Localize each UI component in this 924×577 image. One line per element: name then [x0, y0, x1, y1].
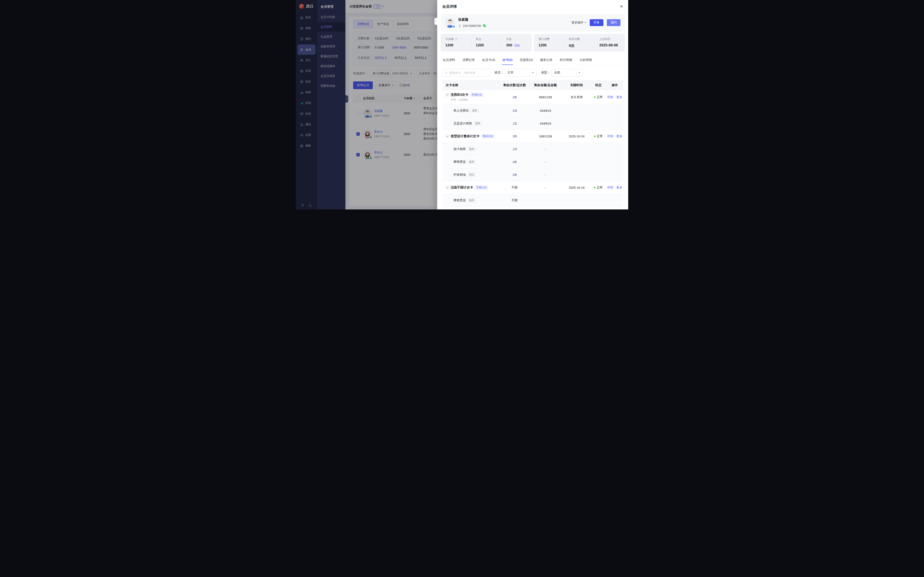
times-card-item-row: 护发精油商品 3/5 -: [442, 168, 623, 181]
status-filter-label: 状态：: [494, 71, 504, 74]
times-card-item-row: 摩根烫染服务 不限: [442, 194, 623, 207]
member-detail-drawer: › 会员详情 × ✓ 张庭隆 15678989799 更多操作: [437, 0, 628, 210]
remaining-amount: -: [528, 160, 563, 164]
reserve-button[interactable]: 预约: [607, 19, 620, 26]
status-dot-icon: [594, 97, 596, 98]
divider: [615, 186, 615, 189]
tab-consume-records[interactable]: 消费记录: [462, 56, 475, 65]
divider: [615, 135, 615, 138]
search-input[interactable]: [449, 71, 488, 74]
remaining-amount: -: [528, 186, 563, 189]
card-type-tag: 整体计次: [481, 134, 494, 139]
times-card-table: 次卡名称 剩余次数/总次数 剩余金额/总金额 到期时间 状态 操作 洗剪吹5次卡…: [442, 80, 623, 207]
help-icon[interactable]: ?: [455, 38, 458, 40]
close-icon[interactable]: ×: [620, 4, 623, 9]
more-link[interactable]: 更多: [616, 95, 622, 99]
type-filter-label: 类型：: [541, 71, 550, 74]
collapse-row-icon[interactable]: [446, 135, 449, 138]
detail-link[interactable]: 详情: [607, 134, 613, 138]
tab-member-data[interactable]: 会员资料: [442, 56, 456, 65]
stat-last-visit: 上次到店 2025-08-08: [594, 37, 625, 48]
verified-badge-icon: ✓: [452, 25, 456, 28]
open-order-button[interactable]: 开单: [590, 19, 603, 26]
more-actions-label: 更多操作: [572, 21, 583, 24]
collapse-row-icon[interactable]: [446, 93, 449, 97]
tab-coupons[interactable]: 优惠券(4): [519, 56, 533, 65]
item-type-tag: 服务: [471, 108, 479, 113]
card-type-tag: 单项计次: [470, 92, 483, 97]
card-name: 洁面不限计次卡: [451, 185, 473, 190]
member-phone-row: 15678989799: [458, 24, 486, 28]
app-window: 茂日 首页 收银 预约 会员 员工: [296, 0, 628, 210]
item-name: 总监设计精剪: [454, 121, 472, 126]
search-icon: [445, 71, 448, 74]
expire-time: 永久有效: [563, 95, 590, 99]
remaining-amount: -: [528, 173, 563, 177]
tab-times-cards[interactable]: 次卡(4): [502, 56, 513, 65]
chevron-down-icon: [532, 72, 534, 73]
status-select[interactable]: 正常: [505, 69, 536, 76]
more-link[interactable]: 更多: [616, 186, 622, 190]
status-dot-icon: [594, 135, 596, 137]
tab-points-detail[interactable]: 积分明细: [559, 56, 573, 65]
expire-time: 2025-10-24: [563, 135, 590, 138]
card-name: 洗剪吹5次卡: [451, 93, 468, 97]
stat-visit-count: 到店次数 6次: [564, 37, 594, 48]
balance-stats-box: 卡余额? 1200 积分 1200 欠款 300还款: [441, 34, 532, 52]
expire-time: 2025-10-24: [563, 186, 590, 189]
times-card-group-row: 洗剪吹5次卡 单项计次 卡号：123456 3/5 688/1238 永久有效 …: [442, 90, 623, 104]
wechat-icon: [482, 24, 486, 28]
column-remaining-times: 剩余次数/总次数: [501, 83, 528, 87]
remaining-amount: 188/1238: [528, 135, 563, 138]
tab-debt-detail[interactable]: 欠款明细: [579, 56, 592, 65]
column-actions: 操作: [606, 83, 623, 87]
item-name: 护发精油: [454, 172, 466, 177]
type-select[interactable]: 全部: [551, 69, 583, 76]
detail-link[interactable]: 详情: [607, 186, 613, 190]
item-name: 摩根烫染: [454, 160, 466, 164]
search-box[interactable]: [442, 69, 490, 76]
column-remaining-amount: 剩余金额/总金额: [528, 83, 563, 87]
tab-service-records[interactable]: 服务记录: [540, 56, 553, 65]
drawer-expand-handle[interactable]: ›: [435, 18, 437, 25]
repay-link[interactable]: 还款: [514, 44, 520, 47]
remaining-amount: -: [528, 147, 563, 151]
member-name: 张庭隆: [458, 18, 486, 22]
times-card-group-row: 洁面不限计次卡 不限计次 不限 - 2025-10-24 正常 详情更多: [442, 181, 623, 194]
mobile-phone-icon: [458, 24, 461, 27]
item-type-tag: 服务: [468, 147, 476, 151]
times-card-filter-bar: 状态： 正常 类型： 全部: [442, 69, 623, 76]
stat-total-spend: 累计消费 1200: [534, 37, 564, 48]
chevron-down-icon: [585, 22, 586, 23]
status-badge: 正常: [590, 134, 606, 138]
times-card-item-row: 设计精剪服务 1/3 -: [442, 143, 623, 156]
status-badge: 正常: [590, 185, 606, 190]
column-expire-time: 到期时间: [563, 83, 590, 87]
status-select-value: 正常: [507, 71, 514, 74]
card-number: 卡号：123456: [442, 98, 501, 102]
more-actions-dropdown[interactable]: 更多操作: [572, 21, 586, 24]
item-name: 单人洗剪吹: [454, 108, 469, 113]
chevron-down-icon: [578, 72, 580, 73]
times-card-item-row: 摩根烫染服务 3/5 -: [442, 156, 623, 168]
stat-debt: 欠款 300还款: [501, 37, 531, 48]
item-name: 摩根烫染: [454, 198, 466, 202]
item-type-tag: 服务: [468, 160, 476, 164]
drawer-title: 会员详情: [442, 4, 457, 9]
item-type-tag: 服务: [474, 121, 482, 126]
column-status: 状态: [590, 83, 606, 87]
stat-card-balance: 卡余额? 1200: [441, 37, 471, 48]
remaining-amount: 344/619: [528, 109, 563, 113]
stat-points: 积分 1200: [471, 37, 501, 48]
tab-member-cards[interactable]: 会员卡(4): [482, 56, 496, 65]
times-card-table-header: 次卡名称 剩余次数/总次数 剩余金额/总金额 到期时间 状态 操作: [442, 80, 623, 90]
collapse-row-icon[interactable]: [446, 186, 449, 189]
type-select-value: 全部: [554, 71, 560, 74]
detail-link[interactable]: 详情: [607, 95, 613, 99]
item-name: 设计精剪: [454, 147, 466, 151]
status-badge: 正常: [590, 95, 606, 99]
detail-tabs: 会员资料 消费记录 会员卡(4) 次卡(4) 优惠券(4) 服务记录 积分明细 …: [442, 56, 623, 65]
drawer-header: 会员详情 ×: [437, 0, 628, 13]
column-card-name: 次卡名称: [442, 83, 501, 87]
more-link[interactable]: 更多: [616, 134, 622, 138]
